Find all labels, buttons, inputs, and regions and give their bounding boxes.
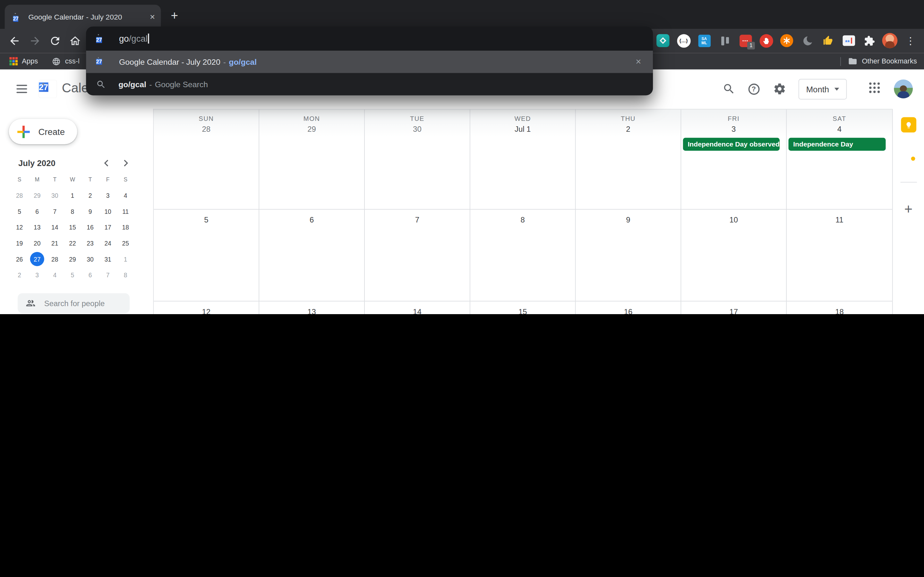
mini-day[interactable]: 3 (28, 267, 46, 283)
mini-day[interactable]: 14 (46, 219, 63, 235)
mini-day[interactable]: 4 (46, 267, 63, 283)
thumbs-up-icon[interactable] (821, 33, 836, 48)
json-formatter-icon[interactable]: {…} (676, 33, 691, 48)
mini-day[interactable]: 4 (117, 187, 134, 203)
mini-day[interactable]: 1 (63, 187, 81, 203)
mini-day[interactable]: 8 (63, 203, 81, 219)
remove-suggestion-icon[interactable]: × (632, 55, 645, 68)
search-icon[interactable] (722, 82, 736, 96)
mini-day[interactable]: 20 (28, 235, 46, 251)
view-selector-button[interactable]: Month (798, 79, 847, 99)
mini-day[interactable]: 11 (117, 203, 134, 219)
day-cell[interactable]: 14 (365, 301, 470, 314)
mini-day[interactable]: 5 (11, 203, 28, 219)
mini-day[interactable]: 19 (11, 235, 28, 251)
mini-day[interactable]: 30 (46, 187, 63, 203)
mini-day[interactable]: 6 (28, 203, 46, 219)
suggestion-row-search[interactable]: go/gcal-Google Search (86, 73, 653, 95)
mini-day[interactable]: 30 (81, 251, 99, 267)
mini-day[interactable]: 6 (81, 267, 99, 283)
pause-icon[interactable] (717, 33, 732, 48)
bookmark-css[interactable]: css-l (52, 57, 79, 66)
mini-day[interactable]: 7 (99, 267, 117, 283)
day-cell[interactable]: 18 (787, 301, 892, 314)
people-search-input[interactable] (43, 298, 120, 308)
mini-day[interactable]: 2 (81, 187, 99, 203)
dark-reader-moon-icon[interactable] (800, 33, 815, 48)
forward-icon[interactable] (29, 35, 41, 47)
mini-day[interactable]: 16 (81, 219, 99, 235)
mini-day[interactable]: 25 (117, 235, 134, 251)
google-apps-grid-icon[interactable] (869, 82, 880, 93)
day-cell[interactable]: 8 (470, 210, 576, 301)
mini-day[interactable]: 23 (81, 235, 99, 251)
mini-day[interactable]: 5 (63, 267, 81, 283)
other-bookmarks-label[interactable]: Other Bookmarks (862, 57, 917, 65)
mini-next-month-icon[interactable] (119, 157, 132, 169)
adblock-hand-icon[interactable] (758, 33, 774, 48)
saml-tracer-icon[interactable]: SAML (696, 33, 712, 48)
mini-day[interactable]: 29 (28, 187, 46, 203)
day-cell[interactable]: 11 (787, 210, 892, 301)
mini-day[interactable]: 18 (117, 219, 134, 235)
tab-close-icon[interactable]: × (150, 13, 155, 21)
mini-day[interactable]: 10 (99, 203, 117, 219)
day-cell[interactable]: 5 (153, 210, 259, 301)
mini-day[interactable]: 17 (99, 219, 117, 235)
event-chip[interactable]: Independence Day observed (683, 138, 780, 151)
day-cell[interactable]: FRI3Independence Day observed (681, 110, 787, 210)
mini-day[interactable]: 28 (11, 187, 28, 203)
mini-day[interactable]: 26 (11, 251, 28, 267)
back-icon[interactable] (8, 35, 21, 47)
mini-day[interactable]: 3 (99, 187, 117, 203)
day-cell[interactable]: 16 (575, 301, 681, 314)
mini-day[interactable]: 15 (63, 219, 81, 235)
workona-icon[interactable] (655, 33, 670, 48)
mini-day[interactable]: 9 (81, 203, 99, 219)
mini-day[interactable]: 29 (63, 251, 81, 267)
extensions-puzzle-icon[interactable] (861, 33, 877, 48)
help-icon[interactable]: ? (746, 82, 761, 96)
mini-day[interactable]: 2 (11, 267, 28, 283)
calendar-logo[interactable]: 27 (39, 80, 57, 98)
browser-profile-avatar[interactable] (882, 33, 898, 48)
mini-day[interactable]: 22 (63, 235, 81, 251)
day-cell[interactable]: 12 (153, 301, 259, 314)
home-icon[interactable] (69, 35, 81, 47)
bookmark-apps[interactable]: Apps (9, 57, 38, 65)
mini-day[interactable]: 12 (11, 219, 28, 235)
browser-tab[interactable]: 27 Google Calendar - July 2020 × (5, 5, 161, 29)
mini-day-today[interactable]: 27 (28, 251, 46, 267)
day-cell[interactable]: TUE30 (365, 110, 470, 210)
day-cell[interactable]: 10 (681, 210, 787, 301)
password-field-icon[interactable]: ** (841, 33, 856, 48)
reload-icon[interactable] (49, 35, 61, 47)
day-cell[interactable]: 13 (259, 301, 365, 314)
keep-icon[interactable] (901, 117, 916, 133)
day-cell[interactable]: SUN28 (153, 110, 259, 210)
day-cell[interactable]: MON29 (259, 110, 365, 210)
onepassword-icon[interactable]: •••1 (738, 33, 753, 48)
people-search-box[interactable] (18, 293, 129, 313)
day-cell[interactable]: SAT4Independence Day (787, 110, 892, 210)
mini-day[interactable]: 1 (117, 251, 134, 267)
account-avatar[interactable] (894, 79, 913, 98)
browser-menu-icon[interactable]: ⋮ (903, 33, 918, 48)
get-add-ons-icon[interactable]: + (904, 201, 913, 217)
mini-day[interactable]: 24 (99, 235, 117, 251)
mini-day[interactable]: 7 (46, 203, 63, 219)
create-button[interactable]: Create (9, 119, 78, 144)
asterisk-icon[interactable] (779, 33, 795, 48)
new-tab-button[interactable]: + (167, 8, 182, 24)
mini-day[interactable]: 21 (46, 235, 63, 251)
event-chip[interactable]: Independence Day (788, 138, 886, 151)
day-cell[interactable]: THU2 (575, 110, 681, 210)
mini-day[interactable]: 8 (117, 267, 134, 283)
mini-day[interactable]: 31 (99, 251, 117, 267)
mini-day[interactable]: 13 (28, 219, 46, 235)
day-cell[interactable]: 7 (365, 210, 470, 301)
main-menu-icon[interactable] (16, 85, 27, 93)
day-cell[interactable]: 17 (681, 301, 787, 314)
settings-gear-icon[interactable] (772, 82, 787, 96)
suggestion-row-page[interactable]: 27 Google Calendar - July 2020-go/gcal × (86, 51, 653, 73)
